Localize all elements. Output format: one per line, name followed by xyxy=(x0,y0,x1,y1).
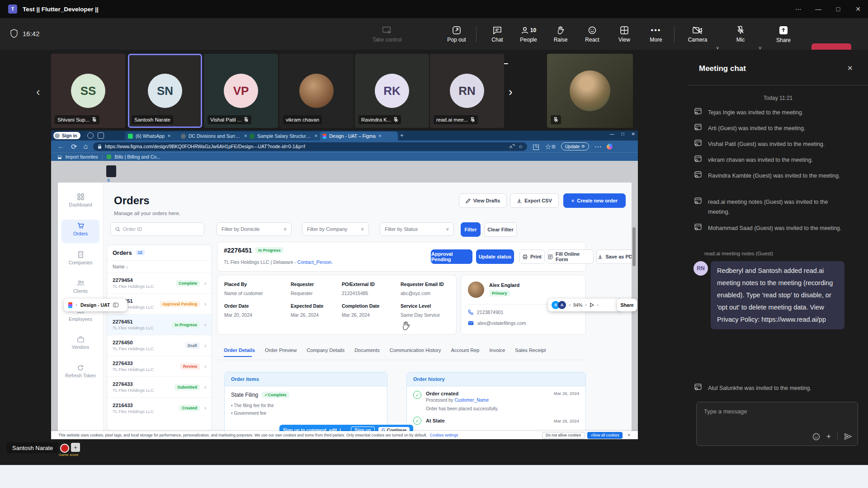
chat-message-input[interactable] xyxy=(703,408,840,415)
participant-tile[interactable]: VP Vishal Patil ... xyxy=(204,54,278,128)
scroll-tiles-left-icon[interactable]: ‹ xyxy=(36,85,40,99)
order-id-search[interactable]: Order ID xyxy=(110,222,204,236)
chat-input-box[interactable]: + xyxy=(696,402,858,446)
close-tab-icon[interactable]: ✕ xyxy=(378,134,382,138)
raise-hand-button[interactable]: Raise xyxy=(543,22,578,47)
approval-pending-button[interactable]: Approval Pending xyxy=(431,249,472,264)
close-tab-icon[interactable]: ✕ xyxy=(314,134,318,138)
extensions-icon[interactable]: ◳ xyxy=(533,142,539,151)
browser-maximize-icon[interactable]: □ xyxy=(622,131,624,136)
tab-sales-receipt[interactable]: Sales Receipt xyxy=(515,347,546,353)
participant-tile[interactable] xyxy=(547,54,633,128)
attach-plus-icon[interactable]: + xyxy=(826,432,831,441)
order-row[interactable]: 2276433TL Flex Holdings LLC Submitted › xyxy=(107,377,212,398)
chat-button[interactable]: Chat xyxy=(480,22,514,47)
browser-tab[interactable]: DC Divisions and Surroundings✕ xyxy=(178,131,250,141)
maximize-button[interactable]: □ xyxy=(828,0,848,18)
refresh-icon[interactable]: ⟳ xyxy=(71,142,77,151)
mic-button[interactable]: Mic xyxy=(723,22,758,47)
browser-tab-active[interactable]: Design - UAT – Figma✕ xyxy=(320,131,398,141)
tab-actions-icon[interactable] xyxy=(98,132,104,139)
browser-signin-button[interactable]: Sign in xyxy=(53,132,80,139)
copilot-icon[interactable] xyxy=(607,144,613,150)
figma-file-pill[interactable]: ˅ Design - UAT xyxy=(64,299,127,311)
sidebar-item-vendors[interactable]: Vendors xyxy=(58,336,103,350)
browser-menu-icon[interactable]: ⋯ xyxy=(594,142,602,151)
print-button[interactable]: Print xyxy=(519,249,545,264)
tab-company-details[interactable]: Company Details xyxy=(307,347,344,353)
update-status-button[interactable]: Update status xyxy=(476,249,514,264)
send-icon[interactable] xyxy=(844,433,852,440)
titlebar-more-icon[interactable]: ⋯ xyxy=(788,0,808,18)
react-button[interactable]: React xyxy=(575,22,609,47)
close-tab-icon[interactable]: ✕ xyxy=(167,134,171,138)
filter-button[interactable]: Filter xyxy=(461,222,481,237)
import-favorites-link[interactable]: Import favorites xyxy=(65,154,98,160)
workspaces-icon[interactable] xyxy=(87,132,94,139)
browser-update-button[interactable]: Update ⟳ xyxy=(561,142,589,150)
chevron-down-icon[interactable]: ˅ xyxy=(597,304,599,307)
export-csv-button[interactable]: Export CSV xyxy=(510,193,559,208)
participant-tile[interactable]: SS Shivani Sup... xyxy=(51,54,125,128)
minimize-button[interactable]: — xyxy=(808,0,828,18)
orders-column-header[interactable]: Name ↓ xyxy=(107,261,212,273)
emoji-icon[interactable] xyxy=(812,433,820,441)
participant-tile[interactable]: RK Ravindra K... xyxy=(355,54,429,128)
home-icon[interactable]: ⌂ xyxy=(83,142,88,150)
tab-order-details[interactable]: Order Details xyxy=(224,347,255,353)
participant-tile[interactable]: vikram chavan xyxy=(279,54,354,128)
sidebar-item-clients[interactable]: Clients xyxy=(58,280,103,294)
chat-message-bubble[interactable]: Redberyl and Santosh added read.ai meeti… xyxy=(711,261,844,329)
sidebar-item-orders[interactable]: Orders xyxy=(58,222,103,236)
address-bar[interactable]: https://www.figma.com/design/9BKQ0FOHRWa… xyxy=(93,142,527,151)
view-drafts-button[interactable]: View Drafts xyxy=(459,193,507,208)
filter-company-select[interactable]: Filter by Company˅ xyxy=(302,222,369,236)
view-button[interactable]: View xyxy=(607,22,642,47)
zoom-level[interactable]: 94% xyxy=(573,303,582,308)
bookmark-bills[interactable]: Bills | Billing and Co... xyxy=(115,154,160,160)
sidebar-item-dashboard[interactable]: Dashboard xyxy=(58,193,103,207)
tab-communication-history[interactable]: Communication History xyxy=(390,347,441,353)
chevron-down-icon[interactable]: ˅ xyxy=(569,304,571,307)
allow-cookies-button[interactable]: Allow all cookies xyxy=(587,432,623,439)
canvas-scrollbar[interactable] xyxy=(632,227,636,266)
share-button[interactable]: Share xyxy=(766,22,801,47)
browser-tab[interactable]: (6) WhatsApp✕ xyxy=(125,131,181,141)
scroll-tiles-right-icon[interactable]: › xyxy=(509,85,513,99)
figma-share-button[interactable]: Share xyxy=(617,299,637,311)
present-icon[interactable] xyxy=(590,303,594,307)
close-button[interactable]: ✕ xyxy=(848,0,868,18)
order-row[interactable]: 2279454TL Flex Holdings LLC Complete › xyxy=(107,273,212,294)
favorites-bar-icon[interactable]: ☆≡ xyxy=(545,142,556,151)
fill-online-form-button[interactable]: Fill Online Form xyxy=(547,249,594,264)
chat-close-icon[interactable]: ✕ xyxy=(847,64,853,72)
new-tab-button[interactable]: + xyxy=(400,132,404,139)
contact-phone[interactable]: 2123874901 xyxy=(477,310,503,315)
pop-out-button[interactable]: Pop out xyxy=(439,22,474,47)
order-row[interactable]: 2276450TL Flex Holdings LLC Draft › xyxy=(107,335,212,356)
chevron-down-icon[interactable]: ˅ xyxy=(75,304,77,307)
filter-status-select[interactable]: Filter by Status˅ xyxy=(380,222,454,236)
clear-filter-button[interactable]: Clear Filter xyxy=(484,222,517,237)
sidebar-item-companies[interactable]: Companies xyxy=(58,251,103,265)
tab-documents[interactable]: Documents xyxy=(354,347,380,353)
tab-order-preview[interactable]: Order Preview xyxy=(265,347,297,353)
camera-button[interactable]: Camera xyxy=(680,22,715,47)
presenter-add-button[interactable]: + xyxy=(71,443,80,452)
filter-domicile-select[interactable]: Filter by Domicile˅ xyxy=(217,222,292,236)
favorite-star-icon[interactable]: ☆ xyxy=(519,144,523,149)
chevron-down-icon[interactable]: ˅ xyxy=(585,304,587,307)
browser-window-controls[interactable]: — □ ✕ xyxy=(610,131,635,136)
more-button[interactable]: ••• More xyxy=(639,22,673,47)
browser-close-icon[interactable]: ✕ xyxy=(632,131,635,136)
sidebar-item-refresh-token[interactable]: Refresh Token xyxy=(58,365,103,378)
contact-person-link[interactable]: Contact_Person. xyxy=(297,259,333,265)
create-new-order-button[interactable]: + Create new order xyxy=(563,193,626,208)
deny-cookies-button[interactable]: Do not allow cookies xyxy=(542,432,585,439)
save-as-pdf-button[interactable]: Save as PDF xyxy=(596,249,632,264)
order-row-selected[interactable]: 2276451TL Flex Holdings LLC In Progress … xyxy=(107,314,212,335)
contact-email[interactable]: alex@vstatefilings.com xyxy=(477,320,526,326)
customer-name-link[interactable]: Customer_Name xyxy=(454,398,489,403)
participant-tile[interactable]: RN read.ai mee... xyxy=(430,54,504,128)
layout-icon[interactable] xyxy=(113,303,118,307)
